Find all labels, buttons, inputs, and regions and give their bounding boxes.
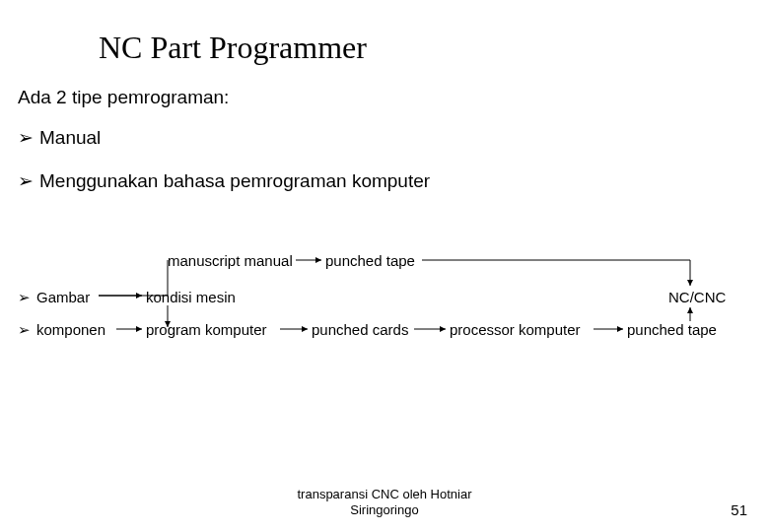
bullet-computer-lang: ➢Menggunakan bahasa pemrograman komputer xyxy=(18,169,430,192)
bullet-arrow-icon: ➢ xyxy=(18,169,34,192)
bullet-label: Menggunakan bahasa pemrograman komputer xyxy=(39,170,430,191)
footer-line2: Siringoringo xyxy=(350,502,418,517)
bullet-komponen: ➢komponen xyxy=(18,321,105,339)
node-processor-komputer: processor komputer xyxy=(450,321,581,338)
slide-title: NC Part Programmer xyxy=(99,30,367,66)
bullet-arrow-icon: ➢ xyxy=(18,289,31,306)
node-kondisi-mesin: kondisi mesin xyxy=(146,289,236,305)
bullet-label: Gambar xyxy=(36,289,90,305)
bullet-label: Manual xyxy=(39,127,101,148)
bullet-arrow-icon: ➢ xyxy=(18,321,31,339)
node-nc-cnc: NC/CNC xyxy=(668,289,726,305)
node-manuscript-manual: manuscript manual xyxy=(168,252,293,269)
node-punched-tape-top: punched tape xyxy=(325,252,415,269)
bullet-manual: ➢Manual xyxy=(18,126,101,149)
node-program-komputer: program komputer xyxy=(146,321,267,338)
intro-text: Ada 2 tipe pemrograman: xyxy=(18,87,229,108)
footer-line1: transparansi CNC oleh Hotniar xyxy=(297,487,471,501)
node-punched-cards: punched cards xyxy=(312,321,408,338)
footer: transparansi CNC oleh Hotniar Siringorin… xyxy=(0,487,769,519)
page-number: 51 xyxy=(731,501,747,518)
bullet-gambar: ➢Gambar xyxy=(18,289,90,306)
bullet-arrow-icon: ➢ xyxy=(18,126,34,149)
bullet-label: komponen xyxy=(36,321,105,338)
slide: NC Part Programmer Ada 2 tipe pemrograma… xyxy=(0,0,769,532)
node-punched-tape-bottom: punched tape xyxy=(627,321,717,338)
